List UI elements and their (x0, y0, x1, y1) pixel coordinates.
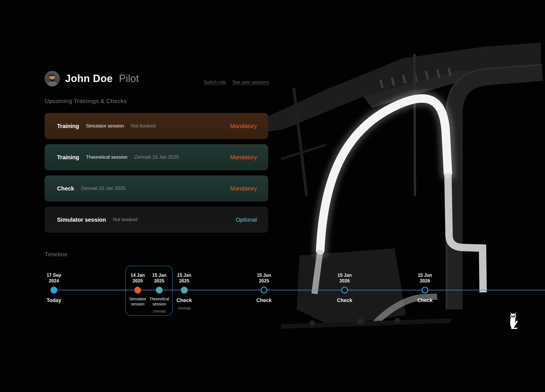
timeline-dot-future-check[interactable] (341, 287, 348, 294)
user-role: Pilot (119, 73, 139, 85)
card-subtitle: Simulator session (86, 123, 124, 129)
timeline-date: 17 Sep 2024 (44, 269, 64, 284)
timeline-node-today: 17 Sep 2024 Today (34, 269, 74, 303)
timeline-heading: Timeline (45, 251, 68, 258)
timeline-dot-today[interactable] (51, 287, 57, 294)
card-training-theoretical[interactable]: Training Theoretical session Zermatt 15 … (45, 144, 268, 170)
user-name: John Doe (65, 73, 113, 85)
timeline-dot-theoretical[interactable] (156, 287, 163, 294)
optional-badge: Optional (236, 217, 257, 223)
card-title: Training (57, 123, 79, 129)
card-title: Simulator session (57, 217, 106, 223)
card-title: Check (57, 185, 74, 192)
user-header: John Doe Pilot (45, 71, 139, 86)
timeline-node-check-jun25: 15 Jun 2025 Check (244, 269, 284, 303)
see-past-sessions-link[interactable]: See past sessions (232, 80, 269, 85)
card-status: Zermatt 15 Jan 2025 (134, 154, 179, 160)
cockpit-render-background (238, 37, 545, 358)
card-training-simulator[interactable]: Training Simulator session Not booked Ma… (45, 113, 268, 139)
owl-logo-icon (508, 312, 519, 329)
card-simulator-optional[interactable]: Simulator session Not booked Optional (45, 207, 268, 233)
card-status: Not booked (131, 123, 156, 129)
mandatory-badge: Mandatory (230, 154, 257, 161)
card-status: Not booked (113, 217, 137, 223)
timeline-label: Check (417, 297, 433, 303)
timeline-dot-check[interactable] (181, 287, 188, 294)
timeline-location: Zermatt (178, 306, 191, 310)
upcoming-heading: Upcoming Trainings & Checks (45, 98, 127, 104)
avatar (45, 71, 60, 86)
timeline-location: Zermatt (153, 309, 166, 313)
card-subtitle: Theoretical session (86, 154, 127, 160)
timeline-node-check-jan25: 15 Jan 2025 Check Zermatt (164, 269, 204, 310)
timeline-label: Check (337, 297, 352, 303)
card-status: Zermatt 15 Jan 2025 (81, 186, 125, 191)
pilot-dashboard: John Doe Pilot Switch role See past sess… (0, 0, 545, 392)
mandatory-badge: Mandatory (230, 123, 257, 129)
timeline-date: 15 Jun 2025 (254, 269, 274, 284)
timeline-dot-future-check[interactable] (422, 287, 428, 294)
mandatory-badge: Mandatory (230, 185, 257, 192)
timeline-dot-future-check[interactable] (261, 287, 267, 294)
timeline-date: 15 Jan 2025 (174, 269, 194, 284)
card-title: Training (57, 154, 79, 161)
timeline-node-check-jan26: 15 Jan 2026 Check (325, 269, 364, 303)
header-links: Switch role See past sessions (204, 80, 269, 85)
switch-role-link[interactable]: Switch role (204, 80, 226, 85)
card-check[interactable]: Check Zermatt 15 Jan 2025 Mandatory (45, 175, 268, 202)
timeline-label: Check (177, 297, 192, 303)
timeline-date: 15 Jan 2026 (335, 269, 355, 284)
timeline-label: Check (256, 297, 272, 303)
timeline-date: 15 Jun 2026 (415, 269, 435, 284)
timeline-label: Today (47, 297, 61, 303)
timeline-node-check-jun26: 15 Jun 2026 Check (405, 269, 445, 303)
